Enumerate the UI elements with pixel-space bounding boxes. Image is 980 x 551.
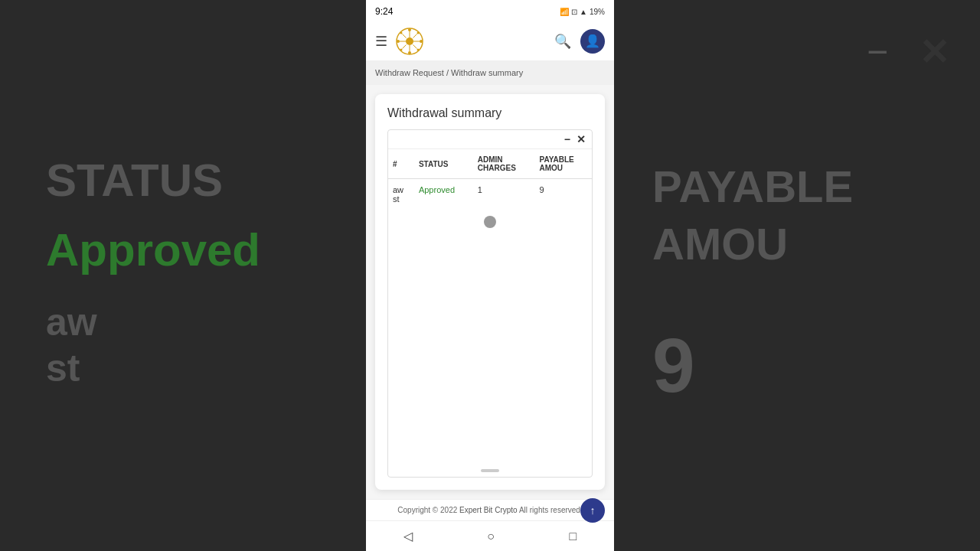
withdrawal-table: # STATUS ADMINCHARGES PAYABLEAMOU awst: [388, 149, 592, 234]
withdrawal-card: Withdrawal summary − ✕ # STATUS A: [375, 94, 605, 490]
svg-point-7: [417, 31, 420, 34]
main-content: Withdrawal summary − ✕ # STATUS A: [366, 85, 614, 499]
bg-status-label: STATUS: [46, 153, 223, 208]
svg-point-9: [417, 48, 420, 51]
svg-line-15: [413, 34, 417, 37]
breadcrumb-text: Withdraw Request / Withdraw summary: [375, 68, 523, 77]
row-status: Approved: [414, 179, 473, 210]
svg-point-4: [397, 40, 400, 43]
background-right: − ✕ PAYABLE AMOU 9: [614, 0, 980, 551]
inner-panel: − ✕ # STATUS ADMINCHARGES PAYABLEAMOU: [387, 129, 593, 478]
home-button[interactable]: ○: [487, 530, 495, 543]
battery-icon: 19%: [590, 8, 605, 16]
table-area[interactable]: # STATUS ADMINCHARGES PAYABLEAMOU awst: [388, 149, 592, 465]
bg-nine-label: 9: [652, 319, 949, 411]
brand-name: Expert Bit Crypto: [459, 506, 518, 514]
android-nav: ◁ ○ □: [366, 520, 614, 551]
svg-line-17: [413, 44, 417, 48]
card-title: Withdrawal summary: [387, 106, 593, 120]
col-admin-charges: ADMINCHARGES: [473, 149, 535, 179]
hamburger-icon[interactable]: ☰: [375, 33, 387, 50]
svg-point-2: [408, 28, 411, 31]
header-left: ☰: [375, 27, 424, 56]
phone-frame: 9:24 📶 ⊡ ▲ 19% ☰: [366, 0, 614, 551]
scroll-up-icon: ↑: [590, 504, 596, 517]
svg-point-1: [406, 37, 413, 45]
table-row: awst Approved 1 9: [388, 179, 592, 210]
scroll-indicator-row: [388, 210, 592, 234]
svg-point-5: [420, 40, 423, 43]
footer: Copyright © 2022 Expert Bit Crypto All r…: [366, 499, 614, 520]
minimize-button[interactable]: −: [564, 133, 570, 145]
scroll-thumb: [484, 216, 496, 228]
status-badge: Approved: [419, 185, 455, 194]
breadcrumb: Withdraw Request / Withdraw summary: [366, 61, 614, 85]
status-bar: 9:24 📶 ⊡ ▲ 19%: [366, 0, 614, 21]
bg-amou-label: AMOU: [652, 215, 949, 272]
search-icon[interactable]: 🔍: [554, 33, 571, 50]
close-button[interactable]: ✕: [577, 133, 586, 145]
footer-wrapper: Copyright © 2022 Expert Bit Crypto All r…: [375, 506, 605, 514]
svg-point-6: [400, 31, 403, 34]
bg-aw-label: aw: [46, 299, 97, 345]
bg-minus: −: [867, 31, 888, 73]
network-icon: ▲: [580, 8, 587, 16]
avatar-icon: 👤: [585, 34, 600, 48]
back-button[interactable]: ◁: [403, 529, 413, 543]
col-status: STATUS: [414, 149, 473, 179]
scroll-indicator-cell: [388, 210, 592, 234]
footer-text: Copyright © 2022 Expert Bit Crypto All r…: [397, 506, 582, 514]
row-payable-amount: 9: [535, 179, 592, 210]
copyright-text: Copyright © 2022: [397, 506, 457, 514]
bg-payable-label: PAYABLE: [652, 158, 949, 215]
col-hash: #: [388, 149, 414, 179]
avatar[interactable]: 👤: [580, 29, 605, 54]
bg-st-label: st: [46, 345, 80, 391]
status-time: 9:24: [375, 6, 393, 17]
svg-line-16: [403, 44, 407, 48]
app-header: ☰: [366, 21, 614, 61]
svg-point-8: [400, 48, 403, 51]
rights-text: All rights reserved.: [519, 506, 583, 514]
background-left: STATUS Approved aw st: [0, 0, 366, 551]
panel-header: − ✕: [388, 130, 592, 149]
recent-button[interactable]: □: [570, 530, 577, 543]
logo-svg: [395, 27, 424, 56]
signal-icon: 📶: [560, 8, 569, 16]
scroll-hint: [388, 465, 592, 477]
status-icons: 📶 ⊡ ▲ 19%: [560, 8, 605, 16]
scroll-dot: [481, 469, 499, 472]
wifi-icon: ⊡: [571, 8, 577, 16]
row-admin-charges: 1: [473, 179, 535, 210]
bg-approved-label: Approved: [46, 223, 260, 276]
col-payable-amount: PAYABLEAMOU: [535, 149, 592, 179]
logo: [395, 27, 424, 56]
svg-point-3: [408, 51, 411, 54]
svg-line-14: [403, 34, 407, 37]
scroll-to-top-button[interactable]: ↑: [580, 498, 605, 523]
bg-close: ✕: [919, 31, 949, 73]
row-hash: awst: [388, 179, 414, 210]
header-right: 🔍 👤: [554, 29, 605, 54]
